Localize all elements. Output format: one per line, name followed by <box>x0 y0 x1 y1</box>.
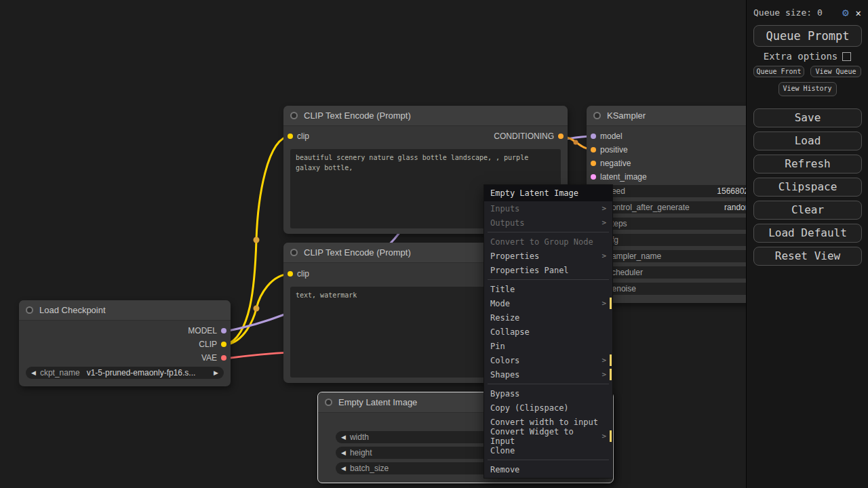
input-negative[interactable]: negative <box>587 159 631 168</box>
link-midpoint-dot[interactable] <box>254 237 260 243</box>
conditioning-output-dot[interactable] <box>558 134 564 139</box>
menu-item-convert-to-group-node[interactable]: Convert to Group Node <box>484 235 612 249</box>
comfy-menu-panel: Queue size: 0 ⚙ ✕ Queue Prompt Extra opt… <box>746 0 868 488</box>
negative-input-dot[interactable] <box>591 161 596 166</box>
save-button[interactable]: Save <box>753 108 862 127</box>
context-menu-title: Empty Latent Image <box>484 185 612 201</box>
menu-item-mode[interactable]: Mode > <box>484 296 612 310</box>
menu-item-clone[interactable]: Clone <box>484 443 612 458</box>
link-midpoint-dot[interactable] <box>254 306 260 312</box>
model-output-dot[interactable] <box>221 328 226 333</box>
output-clip[interactable]: CLIP <box>199 340 231 349</box>
widget-left-arrow-icon[interactable]: ◀ <box>341 449 346 456</box>
menu-item-colors[interactable]: Colors > <box>484 353 612 367</box>
menu-separator <box>488 384 609 384</box>
input-model[interactable]: model <box>587 131 623 141</box>
refresh-button[interactable]: Refresh <box>753 155 862 174</box>
queue-prompt-button[interactable]: Queue Prompt <box>753 25 862 47</box>
node-title-bar[interactable]: CLIP Text Encode (Prompt) <box>283 106 568 126</box>
node-title: CLIP Text Encode (Prompt) <box>304 110 411 121</box>
menu-item-remove[interactable]: Remove <box>484 462 612 476</box>
node-title: CLIP Text Encode (Prompt) <box>304 247 411 258</box>
menu-item-properties-panel[interactable]: Properties Panel <box>484 263 612 277</box>
menu-item-resize[interactable]: Resize <box>484 310 612 325</box>
menu-item-outputs[interactable]: Outputs > <box>484 216 612 230</box>
output-row-vae: VAE <box>19 351 231 365</box>
menu-item-bypass[interactable]: Bypass <box>484 386 612 401</box>
latent-input-dot[interactable] <box>591 174 596 180</box>
view-queue-button[interactable]: View Queue <box>810 66 861 77</box>
menu-separator <box>488 460 609 460</box>
menu-item-shapes[interactable]: Shapes > <box>484 367 612 382</box>
submenu-arrow-icon: > <box>601 299 606 308</box>
extra-options-checkbox[interactable] <box>842 52 851 61</box>
vae-output-dot[interactable] <box>221 355 226 361</box>
submenu-arrow-icon: > <box>601 251 606 260</box>
menu-item-inputs[interactable]: Inputs > <box>484 201 612 216</box>
submenu-arrow-icon: > <box>601 218 606 227</box>
output-conditioning[interactable]: CONDITIONING <box>494 131 568 141</box>
link-midpoint-dot[interactable] <box>574 140 578 145</box>
output-model[interactable]: MODEL <box>188 326 231 336</box>
collapse-dot-icon[interactable] <box>290 112 298 119</box>
load-button[interactable]: Load <box>753 131 862 150</box>
output-vae[interactable]: VAE <box>201 353 231 363</box>
widget-left-arrow-icon[interactable]: ◀ <box>341 465 346 472</box>
output-row-clip: CLIP <box>19 338 231 351</box>
submenu-highlight-bar <box>610 369 612 380</box>
widget-right-arrow-icon[interactable]: ▶ <box>214 369 218 376</box>
menu-item-copy-clipspace[interactable]: Copy (Clipspace) <box>484 401 612 415</box>
clipspace-button[interactable]: Clipspace <box>753 178 862 197</box>
input-positive[interactable]: positive <box>587 145 628 155</box>
node-title: Empty Latent Image <box>338 397 417 407</box>
node-title: Load Checkpoint <box>39 305 106 315</box>
comfyui-app: Load Checkpoint MODEL CLIP VAE <box>0 0 868 488</box>
submenu-arrow-icon: > <box>601 432 606 441</box>
submenu-arrow-icon: > <box>601 356 606 365</box>
clip-input-dot[interactable] <box>288 134 293 139</box>
submenu-highlight-bar <box>610 354 612 366</box>
widget-left-arrow-icon[interactable]: ◀ <box>341 434 346 441</box>
menu-item-properties[interactable]: Properties > <box>484 249 612 263</box>
clip-output-dot[interactable] <box>221 342 226 347</box>
submenu-arrow-icon: > <box>601 204 606 213</box>
collapse-dot-icon[interactable] <box>290 249 298 256</box>
node-load-checkpoint[interactable]: Load Checkpoint MODEL CLIP VAE <box>19 300 231 386</box>
reset-view-button[interactable]: Reset View <box>753 247 862 266</box>
submenu-highlight-bar <box>610 430 612 442</box>
positive-input-dot[interactable] <box>591 147 596 152</box>
menu-item-pin[interactable]: Pin <box>484 339 612 353</box>
load-default-button[interactable]: Load Default <box>753 224 862 243</box>
settings-gear-icon[interactable]: ⚙ <box>842 6 849 19</box>
view-history-button[interactable]: View History <box>778 82 837 96</box>
menu-separator <box>488 232 609 232</box>
clip-input-dot[interactable] <box>288 271 293 277</box>
collapse-dot-icon[interactable] <box>325 399 332 406</box>
menu-item-convert-widget-to-input[interactable]: Convert Widget to Input > <box>484 429 612 443</box>
input-clip[interactable]: clip <box>283 269 309 279</box>
output-row-model: MODEL <box>19 324 231 338</box>
submenu-highlight-bar <box>610 298 612 309</box>
extra-options-label: Extra options <box>764 51 838 62</box>
widget-left-arrow-icon[interactable]: ◀ <box>31 369 36 376</box>
queue-size-label: Queue size: 0 <box>753 7 823 18</box>
menu-item-title[interactable]: Title <box>484 282 612 296</box>
input-latent-image[interactable]: latent_image <box>587 172 647 182</box>
collapse-dot-icon[interactable] <box>593 112 601 119</box>
menu-separator <box>488 279 609 280</box>
menu-item-collapse[interactable]: Collapse <box>484 325 612 339</box>
clear-button[interactable]: Clear <box>753 201 862 220</box>
node-title-bar[interactable]: Load Checkpoint <box>19 300 231 321</box>
queue-front-button[interactable]: Queue Front <box>753 66 804 77</box>
collapse-dot-icon[interactable] <box>26 306 33 314</box>
submenu-arrow-icon: > <box>601 370 606 379</box>
node-title: KSampler <box>607 110 646 121</box>
model-input-dot[interactable] <box>591 134 596 139</box>
context-menu: Empty Latent Image Inputs > Outputs > Co… <box>484 184 613 479</box>
input-clip[interactable]: clip <box>283 131 309 141</box>
close-icon[interactable]: ✕ <box>856 7 861 18</box>
widget-ckpt-name[interactable]: ◀ ckpt_name v1-5-pruned-emaonly-fp16.s..… <box>26 367 224 379</box>
